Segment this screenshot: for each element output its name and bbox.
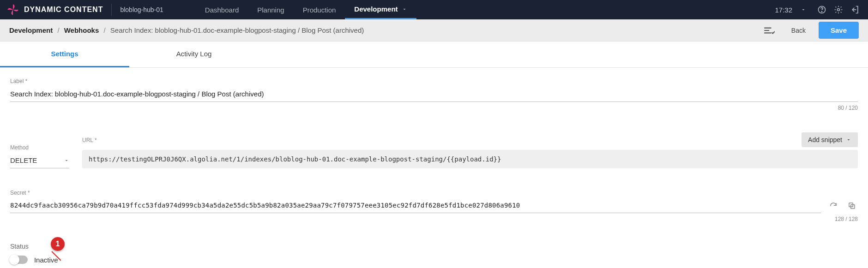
breadcrumb-root[interactable]: Development bbox=[9, 26, 53, 34]
copy-icon[interactable] bbox=[846, 200, 858, 212]
url-label: URL * bbox=[82, 137, 802, 143]
method-field: Method DELETE bbox=[10, 144, 69, 168]
save-button[interactable]: Save bbox=[819, 22, 859, 39]
divider bbox=[111, 4, 112, 16]
form: Label * 80 / 120 Method DELETE URL * Add… bbox=[0, 68, 868, 268]
status-label: Status bbox=[10, 243, 858, 250]
url-input[interactable]: https://testingOLPRJ0J6QX.algolia.net/1/… bbox=[82, 150, 858, 168]
chevron-down-icon bbox=[402, 6, 407, 12]
svg-point-1 bbox=[821, 12, 822, 12]
hub-name[interactable]: bloblog-hub-01 bbox=[120, 6, 163, 13]
top-icons bbox=[813, 5, 868, 14]
tab-settings[interactable]: Settings bbox=[0, 42, 129, 67]
back-button[interactable]: Back bbox=[785, 23, 812, 38]
logout-icon[interactable] bbox=[850, 5, 860, 14]
status-field: 1 Status Inactive bbox=[10, 243, 858, 264]
nav-development[interactable]: Development bbox=[345, 0, 416, 19]
method-label: Method bbox=[10, 144, 69, 151]
tabs: Settings Activity Log bbox=[0, 42, 868, 68]
breadcrumb-current: Search Index: bloblog-hub-01.doc-example… bbox=[110, 26, 364, 34]
annotation-marker-1: 1 bbox=[51, 237, 65, 251]
url-field: URL * Add snippet https://testingOLPRJ0J… bbox=[82, 132, 858, 168]
clock-time: 17:32 bbox=[775, 6, 792, 14]
add-snippet-label: Add snippet bbox=[808, 136, 842, 143]
breadcrumb: Development / Webhooks / Search Index: b… bbox=[9, 26, 364, 34]
secret-field: Secret * 128 / 128 bbox=[10, 190, 858, 222]
chevron-down-icon bbox=[64, 158, 69, 163]
label-input[interactable] bbox=[10, 86, 858, 102]
status-value: Inactive bbox=[34, 256, 58, 264]
method-select[interactable]: DELETE bbox=[10, 153, 69, 168]
nav-dashboard[interactable]: Dashboard bbox=[196, 0, 248, 19]
refresh-icon[interactable] bbox=[827, 200, 839, 212]
sub-actions: Back Save bbox=[763, 22, 859, 39]
label-field: Label * 80 / 120 bbox=[10, 78, 858, 111]
app-name: DYNAMIC CONTENT bbox=[24, 6, 103, 14]
breadcrumb-section[interactable]: Webhooks bbox=[64, 26, 99, 34]
nav-production[interactable]: Production bbox=[294, 0, 345, 19]
pinwheel-icon bbox=[6, 3, 19, 16]
label-field-label: Label * bbox=[10, 78, 858, 84]
top-bar: DYNAMIC CONTENT bloblog-hub-01 Dashboard… bbox=[0, 0, 868, 19]
method-value: DELETE bbox=[10, 156, 37, 164]
tab-activity-log[interactable]: Activity Log bbox=[129, 42, 259, 67]
breadcrumb-bar: Development / Webhooks / Search Index: b… bbox=[0, 19, 868, 42]
method-url-row: Method DELETE URL * Add snippet https://… bbox=[10, 132, 858, 168]
nav-development-label: Development bbox=[354, 5, 398, 13]
chevron-down-icon bbox=[801, 7, 806, 12]
main-nav: Dashboard Planning Production Developmen… bbox=[196, 0, 416, 19]
label-counter: 80 / 120 bbox=[10, 105, 858, 111]
app-logo: DYNAMIC CONTENT bbox=[0, 3, 111, 16]
secret-counter: 128 / 128 bbox=[10, 216, 858, 222]
secret-label: Secret * bbox=[10, 190, 858, 196]
svg-point-2 bbox=[838, 9, 840, 11]
status-toggle[interactable] bbox=[10, 256, 28, 264]
chevron-down-icon bbox=[846, 137, 851, 143]
nav-planning[interactable]: Planning bbox=[248, 0, 293, 19]
gear-icon[interactable] bbox=[834, 5, 843, 14]
add-snippet-button[interactable]: Add snippet bbox=[802, 132, 858, 147]
time-box[interactable]: 17:32 bbox=[775, 6, 806, 14]
list-filter-icon[interactable] bbox=[763, 25, 775, 36]
help-icon[interactable] bbox=[817, 5, 826, 14]
secret-input[interactable] bbox=[10, 198, 821, 213]
